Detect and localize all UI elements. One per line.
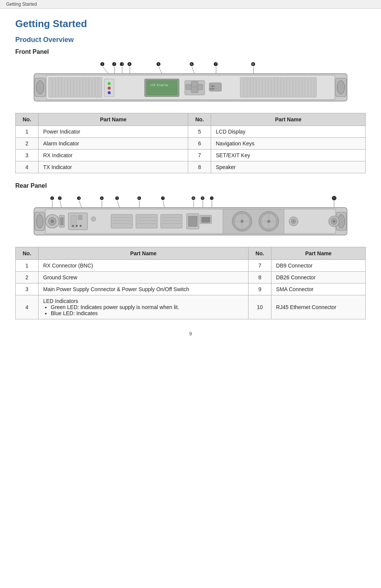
- header-text: Getting Started: [6, 2, 37, 7]
- row-no1: 3: [16, 150, 39, 161]
- svg-rect-119: [91, 217, 96, 221]
- svg-text:❸: ❸: [77, 196, 81, 201]
- table-row: 1 Power Indicator 5 LCD Display: [16, 126, 366, 138]
- row-no2: 5: [188, 126, 211, 138]
- front-panel-diagram: ❶ ❷ ❸ ❹ ❺ ❻ ❼ ❽: [26, 59, 355, 106]
- table-row: 2 Alarm Indicator 6 Navigation Keys: [16, 138, 366, 150]
- row-no1: 4: [16, 161, 39, 173]
- svg-text:❺: ❺: [156, 61, 161, 67]
- front-table-header-no1: No.: [16, 113, 39, 126]
- svg-text:❽: ❽: [191, 196, 195, 201]
- row-part1: Power Indicator: [39, 126, 188, 138]
- svg-point-152: [333, 220, 335, 222]
- row-no2: 7: [188, 150, 211, 161]
- rear-panel-title: Rear Panel: [15, 182, 366, 189]
- table-row: 2 Ground Screw 8 DB26 Connector: [16, 272, 366, 284]
- svg-text:❻: ❻: [189, 61, 194, 67]
- svg-rect-50: [186, 84, 191, 90]
- svg-point-42: [108, 87, 111, 90]
- svg-line-95: [117, 201, 119, 208]
- front-table-header-no2: No.: [188, 113, 211, 126]
- svg-line-92: [60, 201, 61, 208]
- svg-rect-128: [161, 214, 182, 228]
- front-table-header-part1: Part Name: [39, 113, 188, 126]
- svg-point-110: [51, 220, 54, 223]
- svg-text:❷: ❷: [58, 196, 62, 201]
- svg-text:EXIT: EXIT: [210, 88, 215, 90]
- svg-point-117: [76, 225, 78, 227]
- table-row: 4 LED Indicators Green LED: Indicates po…: [16, 295, 366, 319]
- row-part2: Speaker: [211, 161, 366, 173]
- row-part1: RX Connector (BNC): [39, 260, 249, 272]
- svg-text:⓫: ⓫: [332, 196, 337, 201]
- row-part1: Main Power Supply Connector & Power Supp…: [39, 284, 249, 295]
- table-row: 3 Main Power Supply Connector & Power Su…: [16, 284, 366, 295]
- rear-table-header-part1: Part Name: [39, 247, 249, 260]
- svg-text:❼: ❼: [161, 196, 165, 201]
- svg-rect-23: [48, 77, 102, 97]
- row-part2: SET/EXIT Key: [211, 150, 366, 161]
- table-row: 3 RX Indicator 7 SET/EXIT Key: [16, 150, 366, 161]
- svg-line-12: [159, 67, 162, 74]
- svg-text:LCD Display: LCD Display: [150, 84, 168, 87]
- row-part1: LED Indicators Green LED: Indicates powe…: [39, 295, 249, 319]
- row-no2: 9: [249, 284, 271, 295]
- svg-text:❾: ❾: [200, 196, 205, 201]
- svg-point-118: [80, 225, 82, 227]
- svg-rect-51: [197, 84, 203, 90]
- svg-text:❷: ❷: [112, 61, 116, 67]
- front-panel-table: No. Part Name No. Part Name 1 Power Indi…: [15, 113, 366, 173]
- svg-point-139: [241, 220, 244, 223]
- row-part1: RX Indicator: [39, 150, 188, 161]
- svg-rect-49: [191, 87, 198, 93]
- svg-text:❹: ❹: [127, 61, 132, 67]
- front-table-header-part2: Part Name: [211, 113, 366, 126]
- row-no2: 6: [188, 138, 211, 150]
- row-part2: SMA Connector: [271, 284, 366, 295]
- row-part1: Ground Screw: [39, 272, 249, 284]
- svg-line-13: [192, 67, 194, 74]
- page-content: Getting Started Product Overview Front P…: [0, 9, 381, 352]
- row-no2: 8: [249, 272, 271, 284]
- svg-rect-48: [191, 81, 198, 87]
- svg-rect-120: [111, 214, 132, 228]
- led-bullet-2: Blue LED: Indicates: [51, 310, 244, 316]
- section-title: Product Overview: [15, 36, 366, 44]
- svg-point-43: [108, 91, 111, 94]
- rear-panel-diagram: ❶ ❷ ❸ ❹ ❺ ❻ ❼ ❽ ❾ ❿ ⓫: [26, 193, 355, 240]
- svg-text:❶: ❶: [50, 196, 54, 201]
- row-no1: 1: [16, 126, 39, 138]
- rear-panel-section: Rear Panel ❶ ❷ ❸ ❹ ❺ ❻ ❼ ❽ ❾ ❿ ⓫: [15, 182, 366, 319]
- svg-text:❶: ❶: [100, 61, 105, 67]
- front-panel-svg: ❶ ❷ ❸ ❹ ❺ ❻ ❼ ❽: [26, 59, 355, 105]
- svg-rect-45: [147, 81, 177, 95]
- svg-rect-133: [188, 216, 197, 227]
- rear-panel-svg: ❶ ❷ ❸ ❹ ❺ ❻ ❼ ❽ ❾ ❿ ⓫: [26, 193, 355, 239]
- svg-text:❼: ❼: [213, 61, 218, 67]
- svg-point-144: [267, 220, 270, 223]
- row-no2: 10: [249, 295, 271, 319]
- row-part1: TX Indicator: [39, 161, 188, 173]
- row-no1: 3: [16, 284, 39, 295]
- rear-table-header-part2: Part Name: [271, 247, 366, 260]
- row-part2: DB9 Connector: [271, 260, 366, 272]
- svg-text:SET: SET: [211, 85, 215, 87]
- rear-table-header-no2: No.: [249, 247, 271, 260]
- rear-table-header-no1: No.: [16, 247, 39, 260]
- svg-point-20: [337, 81, 345, 94]
- svg-point-41: [108, 82, 111, 85]
- svg-line-8: [103, 67, 108, 74]
- svg-point-116: [72, 225, 74, 227]
- table-row: 4 TX Indicator 8 Speaker: [16, 161, 366, 173]
- svg-text:❸: ❸: [119, 61, 124, 67]
- row-no2: 8: [188, 161, 211, 173]
- row-no1: 4: [16, 295, 39, 319]
- chapter-title: Getting Started: [15, 18, 366, 30]
- rear-panel-table: No. Part Name No. Part Name 1 RX Connect…: [15, 247, 366, 319]
- svg-rect-149: [202, 217, 210, 222]
- svg-line-97: [163, 201, 165, 208]
- svg-text:❻: ❻: [137, 196, 141, 201]
- svg-point-18: [36, 81, 44, 94]
- svg-text:❺: ❺: [115, 196, 119, 201]
- row-part2: DB26 Connector: [271, 272, 366, 284]
